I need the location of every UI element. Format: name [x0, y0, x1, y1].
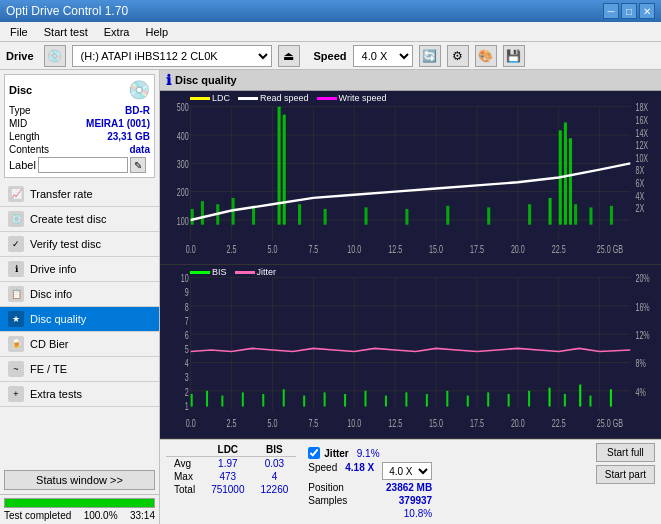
svg-text:12X: 12X	[635, 140, 648, 152]
svg-text:22.5: 22.5	[552, 418, 566, 430]
nav-cd-bier[interactable]: 🍺 CD Bier	[0, 332, 159, 357]
drive-icon-button[interactable]: 💿	[44, 45, 66, 67]
nav-extra-tests[interactable]: + Extra tests	[0, 382, 159, 407]
jitter-checkbox[interactable]	[308, 447, 320, 459]
legend-ldc: LDC	[190, 93, 230, 103]
svg-rect-103	[344, 394, 346, 407]
progress-percent: 100.0%	[84, 510, 118, 521]
stats-row-avg: Avg 1.97 0.03	[166, 457, 296, 471]
transfer-rate-icon: 📈	[8, 186, 24, 202]
svg-text:10X: 10X	[635, 152, 648, 164]
svg-rect-0	[160, 91, 661, 264]
start-part-button[interactable]: Start part	[596, 465, 655, 484]
bis-total: 12260	[253, 483, 297, 496]
svg-text:16%: 16%	[635, 301, 649, 313]
svg-rect-110	[487, 392, 489, 406]
svg-rect-42	[446, 206, 449, 225]
svg-text:10.0: 10.0	[347, 418, 361, 430]
svg-text:8%: 8%	[635, 358, 645, 370]
svg-text:6: 6	[185, 329, 189, 341]
svg-text:16X: 16X	[635, 115, 648, 127]
svg-rect-97	[221, 396, 223, 407]
bis-max: 4	[253, 470, 297, 483]
samples-label: Samples	[308, 495, 347, 506]
stats-area: LDC BIS Avg 1.97 0.03 Max 473 4	[160, 439, 661, 524]
drive-select[interactable]: (H:) ATAPI iHBS112 2 CL0K	[72, 45, 272, 67]
menu-start-test[interactable]: Start test	[38, 24, 94, 40]
menu-file[interactable]: File	[4, 24, 34, 40]
progress-bar-outer	[4, 498, 155, 508]
legend-jitter: Jitter	[235, 267, 277, 277]
svg-rect-37	[283, 115, 286, 225]
titlebar: Opti Drive Control 1.70 ─ □ ✕	[0, 0, 661, 22]
chart-bis: BIS Jitter	[160, 265, 661, 439]
start-full-button[interactable]: Start full	[596, 443, 655, 462]
svg-text:2: 2	[185, 386, 189, 398]
svg-text:25.0 GB: 25.0 GB	[597, 244, 623, 256]
svg-rect-113	[549, 388, 551, 407]
samples-value: 379937	[399, 495, 432, 506]
progress-status: Test completed	[4, 510, 71, 521]
save-button[interactable]: 💾	[503, 45, 525, 67]
fe-te-icon: ~	[8, 361, 24, 377]
nav-fe-te[interactable]: ~ FE / TE	[0, 357, 159, 382]
verify-test-disc-icon: ✓	[8, 236, 24, 252]
eject-button[interactable]: ⏏	[278, 45, 300, 67]
svg-rect-98	[242, 392, 244, 406]
ldc-max: 473	[203, 470, 252, 483]
speed-value: 4.18 X	[345, 462, 374, 480]
label-edit-button[interactable]: ✎	[130, 157, 146, 173]
disc-quality-icon: ★	[8, 311, 24, 327]
svg-text:8: 8	[185, 301, 189, 313]
disc-type-field: Type BD-R	[9, 105, 150, 116]
svg-text:7.5: 7.5	[308, 244, 318, 256]
menu-help[interactable]: Help	[139, 24, 174, 40]
settings-button[interactable]: ⚙	[447, 45, 469, 67]
svg-text:10.0: 10.0	[347, 244, 361, 256]
nav-drive-info[interactable]: ℹ Drive info	[0, 257, 159, 282]
svg-rect-112	[528, 391, 530, 407]
svg-rect-48	[569, 138, 572, 225]
jitter-max-value: 10.8%	[404, 508, 432, 519]
svg-text:400: 400	[177, 130, 189, 142]
svg-text:200: 200	[177, 187, 189, 199]
label-input[interactable]	[38, 157, 128, 173]
nav-disc-quality[interactable]: ★ Disc quality	[0, 307, 159, 332]
svg-text:8X: 8X	[635, 165, 644, 177]
close-button[interactable]: ✕	[639, 3, 655, 19]
svg-rect-104	[364, 391, 366, 407]
refresh-button[interactable]: 🔄	[419, 45, 441, 67]
contents-value: data	[129, 144, 150, 155]
svg-rect-115	[579, 385, 581, 407]
menu-extra[interactable]: Extra	[98, 24, 136, 40]
color-button[interactable]: 🎨	[475, 45, 497, 67]
bis-avg: 0.03	[253, 457, 297, 471]
svg-text:20.0: 20.0	[511, 244, 525, 256]
nav-verify-test-disc[interactable]: ✓ Verify test disc	[0, 232, 159, 257]
nav-disc-info[interactable]: 📋 Disc info	[0, 282, 159, 307]
legend-bis: BIS	[190, 267, 227, 277]
maximize-button[interactable]: □	[621, 3, 637, 19]
stats-row-max: Max 473 4	[166, 470, 296, 483]
svg-rect-100	[283, 389, 285, 406]
svg-rect-101	[303, 396, 305, 407]
nav-transfer-rate[interactable]: 📈 Transfer rate	[0, 182, 159, 207]
svg-text:2.5: 2.5	[227, 244, 237, 256]
svg-rect-32	[201, 201, 204, 225]
svg-rect-105	[385, 396, 387, 407]
minimize-button[interactable]: ─	[603, 3, 619, 19]
svg-rect-45	[549, 198, 552, 225]
svg-text:300: 300	[177, 159, 189, 171]
disc-quality-header: ℹ Disc quality	[160, 70, 661, 91]
nav-create-test-disc[interactable]: 💿 Create test disc	[0, 207, 159, 232]
nav-drive-info-label: Drive info	[30, 263, 76, 275]
speed-select[interactable]: 4.0 X	[353, 45, 413, 67]
row-label-avg: Avg	[166, 457, 203, 471]
type-value: BD-R	[125, 105, 150, 116]
svg-text:12.5: 12.5	[388, 418, 402, 430]
status-window-button[interactable]: Status window >>	[4, 470, 155, 490]
svg-text:18X: 18X	[635, 102, 648, 114]
svg-text:14X: 14X	[635, 127, 648, 139]
svg-text:17.5: 17.5	[470, 418, 484, 430]
speed-select-2[interactable]: 4.0 X	[382, 462, 432, 480]
